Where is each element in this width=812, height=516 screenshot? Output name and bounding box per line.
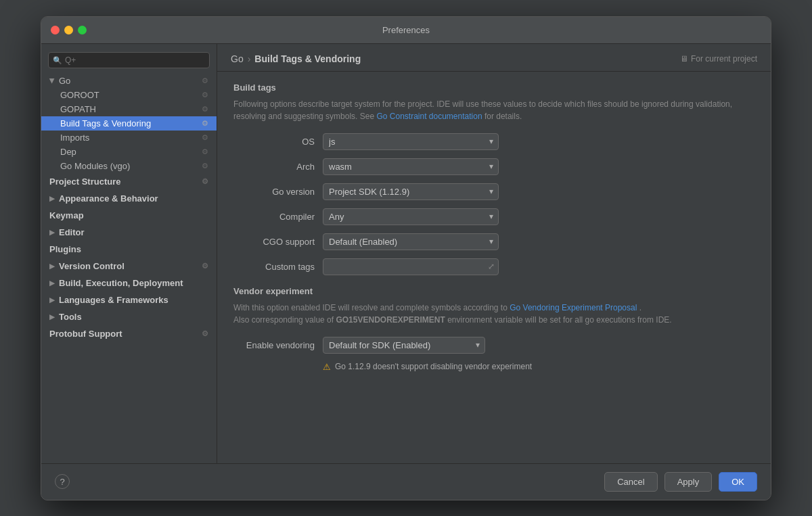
os-select[interactable]: js linux windows darwin xyxy=(323,133,499,150)
sidebar-item-build-execution[interactable]: ▶ Build, Execution, Deployment xyxy=(41,275,217,291)
build-tags-desc-suffix: for details. xyxy=(484,112,522,121)
arch-select[interactable]: wasm amd64 386 arm xyxy=(323,158,499,175)
sidebar-label-plugins: Plugins xyxy=(49,244,81,254)
expand-arrow-build-exec: ▶ xyxy=(49,279,55,287)
custom-tags-row: Custom tags xyxy=(233,258,754,275)
settings-icon-build-tags: ⚙ xyxy=(202,119,208,128)
sidebar-item-go-modules[interactable]: Go Modules (vgo) ⚙ xyxy=(41,159,217,173)
arch-select-wrapper[interactable]: wasm amd64 386 arm xyxy=(323,158,499,175)
search-box[interactable]: 🔍 xyxy=(48,52,210,68)
minimize-button[interactable] xyxy=(64,26,73,34)
custom-tags-wrapper[interactable] xyxy=(323,258,499,275)
compiler-label: Compiler xyxy=(233,212,315,222)
breadcrumb: Go › Build Tags & Vendoring xyxy=(231,53,361,64)
cgo-select-wrapper[interactable]: Default (Enabled) Enabled Disabled xyxy=(323,233,499,250)
sidebar-item-languages-frameworks[interactable]: ▶ Languages & Frameworks xyxy=(41,291,217,308)
go-version-select[interactable]: Project SDK (1.12.9) 1.12 1.11 xyxy=(323,183,499,200)
enable-vendoring-select[interactable]: Default for SDK (Enabled) Enabled Disabl… xyxy=(323,337,485,354)
settings-icon-go: ⚙ xyxy=(202,76,208,85)
sidebar-label-protobuf-support: Protobuf Support xyxy=(49,329,122,339)
sidebar-item-version-control[interactable]: ▶ Version Control ⚙ xyxy=(41,258,217,275)
settings-icon-project-structure: ⚙ xyxy=(202,177,208,186)
main-header: Go › Build Tags & Vendoring 🖥 For curren… xyxy=(217,44,771,72)
compiler-select[interactable]: Any gc gccgo xyxy=(323,208,499,225)
expand-arrow-languages: ▶ xyxy=(49,296,55,304)
settings-icon-gopath: ⚙ xyxy=(202,105,208,114)
sidebar-item-keymap[interactable]: Keymap xyxy=(41,207,217,224)
sidebar-item-dep[interactable]: Dep ⚙ xyxy=(41,145,217,159)
sidebar-label-build-tags: Build Tags & Vendoring xyxy=(60,118,151,128)
sidebar-item-editor[interactable]: ▶ Editor xyxy=(41,224,217,241)
maximize-button[interactable] xyxy=(78,26,87,34)
cgo-select[interactable]: Default (Enabled) Enabled Disabled xyxy=(323,233,499,250)
expand-arrow-appearance: ▶ xyxy=(49,195,55,202)
cancel-button[interactable]: Cancel xyxy=(604,472,657,492)
sidebar-item-build-tags[interactable]: Build Tags & Vendoring ⚙ xyxy=(41,116,217,131)
ok-button[interactable]: OK xyxy=(719,472,757,492)
sidebar-item-plugins[interactable]: Plugins xyxy=(41,241,217,258)
settings-icon-goroot: ⚙ xyxy=(202,91,208,99)
sidebar-label-version-control: Version Control xyxy=(59,261,125,271)
sidebar-item-go[interactable]: ▶ Go ⚙ xyxy=(41,74,217,88)
breadcrumb-separator: › xyxy=(248,53,251,64)
enable-vendoring-label: Enable vendoring xyxy=(233,340,315,350)
footer: ? Cancel Apply OK xyxy=(41,463,771,500)
titlebar: Preferences xyxy=(41,17,771,44)
breadcrumb-root: Go xyxy=(231,53,244,64)
sidebar: 🔍 ▶ Go ⚙ GOROOT ⚙ GOPATH ⚙ Build Tags & … xyxy=(41,44,217,463)
settings-icon-dep: ⚙ xyxy=(202,147,208,156)
sidebar-label-keymap: Keymap xyxy=(49,210,84,220)
warning-row: ⚠ Go 1.12.9 doesn't support disabling ve… xyxy=(233,362,754,372)
settings-icon-vcs: ⚙ xyxy=(202,262,208,271)
build-tags-title: Build tags xyxy=(233,83,754,93)
enable-vendoring-row: Enable vendoring Default for SDK (Enable… xyxy=(233,337,754,354)
search-input[interactable] xyxy=(48,52,210,68)
cgo-label: CGO support xyxy=(233,237,315,247)
search-icon: 🔍 xyxy=(53,55,62,64)
expand-arrow-go: ▶ xyxy=(49,78,56,83)
help-button[interactable]: ? xyxy=(55,474,70,489)
os-select-wrapper[interactable]: js linux windows darwin xyxy=(323,133,499,150)
go-version-select-wrapper[interactable]: Project SDK (1.12.9) 1.12 1.11 xyxy=(323,183,499,200)
constraint-doc-link[interactable]: Go Constraint documentation xyxy=(376,112,482,121)
sidebar-label-go-modules: Go Modules (vgo) xyxy=(60,161,130,171)
sidebar-label-appearance-behavior: Appearance & Behavior xyxy=(59,193,158,204)
warning-text: Go 1.12.9 doesn't support disabling vend… xyxy=(335,362,532,371)
warning-icon: ⚠ xyxy=(323,362,331,372)
cgo-row: CGO support Default (Enabled) Enabled Di… xyxy=(233,233,754,250)
build-tags-desc: Following options describe target system… xyxy=(233,98,754,122)
sidebar-item-appearance-behavior[interactable]: ▶ Appearance & Behavior xyxy=(41,190,217,207)
sidebar-item-goroot[interactable]: GOROOT ⚙ xyxy=(41,88,217,102)
close-button[interactable] xyxy=(51,26,60,34)
sidebar-label-gopath: GOPATH xyxy=(60,104,96,114)
vendor-env-var: GO15VENDOREXPERIMENT xyxy=(336,315,445,325)
sidebar-label-imports: Imports xyxy=(60,133,89,143)
sidebar-item-gopath[interactable]: GOPATH ⚙ xyxy=(41,102,217,116)
for-project-label: For current project xyxy=(691,54,757,64)
sidebar-item-imports[interactable]: Imports ⚙ xyxy=(41,131,217,145)
settings-icon-go-modules: ⚙ xyxy=(202,162,208,170)
vendor-desc-part1: With this option enabled IDE will resolv… xyxy=(233,303,508,312)
sidebar-item-protobuf-support[interactable]: Protobuf Support ⚙ xyxy=(41,325,217,342)
sidebar-label-dep: Dep xyxy=(60,147,76,157)
expand-arrow-editor: ▶ xyxy=(49,229,55,236)
main-panel: Go › Build Tags & Vendoring 🖥 For curren… xyxy=(217,44,771,463)
main-body: Build tags Following options describe ta… xyxy=(217,72,771,463)
breadcrumb-current: Build Tags & Vendoring xyxy=(254,53,361,64)
vendoring-proposal-link[interactable]: Go Vendoring Experiment Proposal xyxy=(510,303,637,312)
main-content: 🔍 ▶ Go ⚙ GOROOT ⚙ GOPATH ⚙ Build Tags & … xyxy=(41,44,771,463)
sidebar-item-tools[interactable]: ▶ Tools xyxy=(41,308,217,325)
sidebar-item-project-structure[interactable]: Project Structure ⚙ xyxy=(41,173,217,190)
apply-button[interactable]: Apply xyxy=(664,472,713,492)
os-row: OS js linux windows darwin xyxy=(233,133,754,150)
expand-arrow-vcs: ▶ xyxy=(49,262,55,270)
compiler-select-wrapper[interactable]: Any gc gccgo xyxy=(323,208,499,225)
settings-icon-imports: ⚙ xyxy=(202,133,208,142)
settings-icon-protobuf: ⚙ xyxy=(202,329,208,338)
vendor-desc-part2: . xyxy=(639,303,641,312)
preferences-window: Preferences 🔍 ▶ Go ⚙ GOROOT ⚙ GOPATH ⚙ xyxy=(41,16,771,500)
vendor-title: Vendor experiment xyxy=(233,286,754,296)
custom-tags-input[interactable] xyxy=(323,258,499,275)
enable-vendoring-select-wrapper[interactable]: Default for SDK (Enabled) Enabled Disabl… xyxy=(323,337,485,354)
traffic-lights xyxy=(51,26,87,34)
